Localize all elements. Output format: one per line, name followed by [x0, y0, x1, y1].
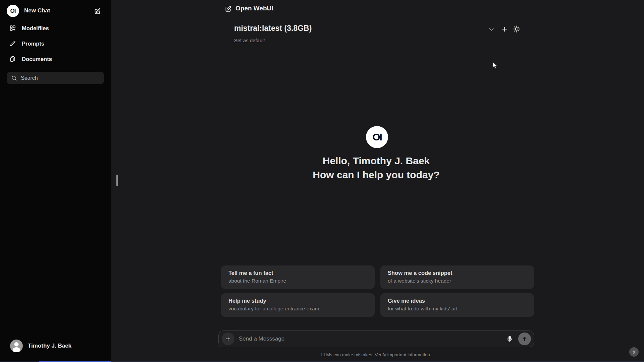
- message-input[interactable]: [239, 331, 484, 347]
- suggestion-card[interactable]: Tell me a fun fact about the Roman Empir…: [221, 265, 375, 289]
- message-composer: [218, 330, 534, 347]
- gear-icon: [513, 25, 521, 33]
- sidebar-item-prompts[interactable]: Prompts: [5, 37, 106, 50]
- arrow-up-icon: [522, 336, 528, 342]
- pencil-icon: [9, 40, 16, 47]
- suggestion-subtitle: of a website's sticky header: [388, 278, 527, 284]
- plus-icon: [225, 336, 231, 342]
- new-chat-label[interactable]: New Chat: [24, 7, 50, 14]
- sidebar-item-documents[interactable]: Documents: [5, 52, 106, 66]
- help-button[interactable]: ?: [629, 347, 639, 357]
- voice-input-button[interactable]: [505, 335, 514, 343]
- mouse-cursor: [492, 62, 500, 70]
- plus-icon: [501, 25, 508, 33]
- search-icon: [11, 75, 17, 81]
- send-button[interactable]: [518, 333, 531, 345]
- documents-icon: [9, 56, 16, 62]
- suggestion-subtitle: about the Roman Empire: [228, 278, 367, 284]
- attach-button[interactable]: [222, 333, 234, 345]
- model-selector-button[interactable]: mistral:latest (3.8GB): [234, 24, 312, 33]
- suggestion-card[interactable]: Give me ideas for what to do with my kid…: [380, 293, 534, 317]
- sidebar-resize-handle[interactable]: [116, 175, 118, 186]
- hero-greeting: Hello, Timothy J. Baek How can I help yo…: [218, 154, 534, 182]
- sidebar-item-label: Prompts: [22, 41, 44, 47]
- suggestion-subtitle: vocabulary for a college entrance exam: [228, 306, 367, 312]
- greeting-line: Hello, Timothy J. Baek: [218, 154, 534, 168]
- sidebar-item-label: Modelfiles: [22, 25, 49, 32]
- sidebar-item-modelfiles[interactable]: Modelfiles: [5, 21, 106, 35]
- user-profile-button[interactable]: Timothy J. Baek: [5, 337, 106, 355]
- suggestion-title: Show me a code snippet: [388, 270, 527, 276]
- user-avatar: [10, 340, 23, 352]
- header-new-chat-button[interactable]: [223, 4, 233, 13]
- suggestion-card[interactable]: Show me a code snippet of a website's st…: [380, 265, 534, 289]
- disclaimer-text: LLMs can make mistakes. Verify important…: [218, 352, 534, 357]
- settings-button[interactable]: [513, 25, 521, 33]
- hero-logo-icon: OI: [366, 126, 388, 148]
- user-name: Timothy J. Baek: [28, 343, 71, 349]
- pencil-square-icon: [225, 5, 232, 12]
- suggestion-title: Help me study: [228, 298, 367, 304]
- question-line: How can I help you today?: [218, 168, 534, 182]
- page-title: Open WebUI: [235, 5, 273, 12]
- sidebar: OI New Chat Modelfiles: [0, 0, 111, 362]
- add-model-button[interactable]: [501, 25, 508, 33]
- app-window: OI New Chat Modelfiles: [0, 0, 644, 362]
- suggestion-title: Tell me a fun fact: [228, 270, 367, 276]
- suggestion-title: Give me ideas: [388, 298, 527, 304]
- pencil-square-icon: [94, 8, 101, 15]
- suggestion-subtitle: for what to do with my kids' art: [388, 306, 527, 312]
- suggestion-card[interactable]: Help me study vocabulary for a college e…: [221, 293, 375, 317]
- chevron-down-icon[interactable]: [488, 26, 495, 33]
- sidebar-item-label: Documents: [22, 56, 52, 62]
- suggestion-grid: Tell me a fun fact about the Roman Empir…: [221, 265, 534, 317]
- microphone-icon: [506, 336, 513, 343]
- set-default-button[interactable]: Set as default: [234, 38, 265, 43]
- search-bar[interactable]: [7, 72, 104, 84]
- squares-plus-icon: [9, 25, 16, 32]
- app-logo-icon: OI: [7, 5, 19, 17]
- new-chat-button[interactable]: [93, 6, 102, 16]
- search-input[interactable]: [21, 75, 95, 81]
